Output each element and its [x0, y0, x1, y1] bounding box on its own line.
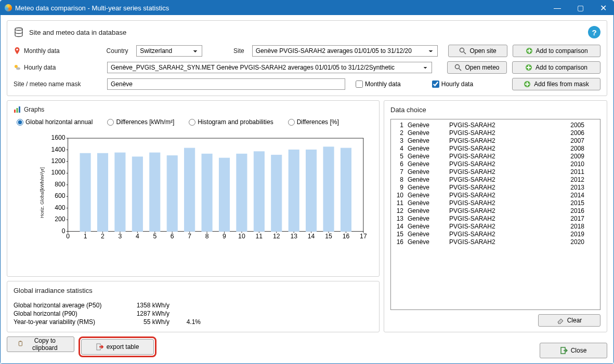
list-item[interactable]: 8GenèvePVGIS-SARAH22012 [394, 176, 597, 184]
svg-rect-84 [341, 148, 351, 231]
svg-text:0: 0 [62, 227, 66, 235]
list-item[interactable]: 10GenèvePVGIS-SARAH22014 [394, 192, 597, 199]
svg-text:0: 0 [66, 233, 70, 240]
graphs-panel: Graphs Global horizontal annual Differen… [7, 100, 380, 277]
svg-text:400: 400 [55, 204, 66, 211]
svg-rect-83 [323, 147, 334, 232]
site-select[interactable]: Genève PVGIS-SARAH2 averages 01/01/05 to… [252, 45, 438, 57]
svg-text:1400: 1400 [51, 146, 65, 153]
minimize-button[interactable]: — [551, 2, 564, 14]
graphs-title: Graphs [24, 106, 44, 113]
add-to-comparison-site-button[interactable]: Add to comparison [513, 45, 600, 57]
list-item[interactable]: 12GenèvePVGIS-SARAH22016 [394, 207, 597, 215]
svg-rect-74 [167, 156, 177, 232]
site-label: Site [233, 47, 247, 55]
export-highlight: export table [79, 336, 156, 357]
svg-rect-76 [202, 154, 212, 231]
list-item[interactable]: 13GenèvePVGIS-SARAH22017 [394, 215, 597, 223]
database-panel: Site and meteo data in database ? Monthl… [7, 20, 607, 96]
monthly-data-label: Monthly data [24, 47, 60, 55]
country-label: Country [107, 47, 132, 55]
radio-histogram[interactable]: Histogram and probabilities [189, 118, 273, 126]
plus-circle-icon [526, 47, 533, 55]
svg-text:7: 7 [188, 233, 191, 240]
sun-cloud-icon [14, 64, 21, 71]
list-item[interactable]: 1GenèvePVGIS-SARAH22005 [394, 122, 597, 129]
list-item[interactable]: 6GenèvePVGIS-SARAH22010 [394, 160, 597, 168]
svg-rect-14 [68, 138, 363, 232]
window-title: Meteo data comparison - Multi-year serie… [15, 4, 551, 12]
svg-point-1 [16, 49, 18, 51]
hourly-data-checkbox[interactable]: Hourly data [432, 80, 473, 88]
bar-chart-icon [14, 106, 21, 113]
svg-text:11: 11 [256, 233, 263, 240]
pin-icon [14, 47, 21, 55]
export-icon [96, 343, 103, 350]
svg-point-7 [455, 65, 460, 69]
svg-rect-69 [80, 153, 90, 231]
add-files-from-mask-button[interactable]: Add files from mask [512, 78, 600, 90]
svg-rect-85 [19, 342, 22, 346]
radio-diff-kwh[interactable]: Differences [kWh/m²] [107, 118, 174, 126]
radio-diff-pct[interactable]: Differences [%] [288, 118, 339, 126]
data-choice-list[interactable]: 1GenèvePVGIS-SARAH220052GenèvePVGIS-SARA… [390, 119, 600, 310]
maximize-button[interactable]: ▢ [574, 2, 586, 14]
plus-circle-icon [524, 80, 531, 88]
copy-to-clipboard-button[interactable]: Copy to clipboard [7, 336, 74, 352]
hourly-data-label: Hourly data [24, 64, 56, 71]
svg-rect-70 [97, 153, 108, 231]
radio-global-horizontal[interactable]: Global horizontal annual [17, 118, 93, 126]
stat-row: Year-to-year variability (RMS)55 kWh/y4.… [14, 318, 373, 326]
svg-text:200: 200 [55, 215, 66, 223]
eraser-icon [557, 317, 564, 324]
country-select[interactable]: Switzerland [136, 45, 202, 57]
chart: Horiz. Global[kWh/m²/yr] 020040060080010… [14, 133, 373, 252]
hourly-select[interactable]: Genève_PVGIS_SARAH2_SYN.MET Genève PVGIS… [107, 62, 432, 73]
list-item[interactable]: 2GenèvePVGIS-SARAH22006 [394, 129, 597, 137]
add-to-comparison-meteo-button[interactable]: Add to comparison [512, 61, 600, 74]
close-window-button[interactable]: ✕ [597, 2, 609, 14]
svg-text:4: 4 [136, 233, 139, 240]
list-item[interactable]: 16GenèvePVGIS-SARAH22020 [394, 238, 597, 246]
svg-text:13: 13 [290, 233, 297, 240]
list-item[interactable]: 3GenèvePVGIS-SARAH22007 [394, 137, 597, 145]
svg-text:5: 5 [153, 233, 156, 240]
svg-rect-81 [289, 150, 299, 232]
export-table-button[interactable]: export table [81, 339, 154, 355]
svg-rect-80 [271, 155, 282, 232]
svg-text:2: 2 [101, 233, 104, 240]
magnifier-icon [459, 47, 466, 55]
open-site-button[interactable]: Open site [448, 45, 507, 57]
database-icon [14, 27, 24, 37]
svg-text:14: 14 [308, 233, 315, 240]
help-icon[interactable]: ? [588, 26, 600, 38]
list-item[interactable]: 7GenèvePVGIS-SARAH22011 [394, 168, 597, 176]
svg-text:1600: 1600 [51, 135, 65, 141]
open-meteo-button[interactable]: Open meteo [447, 61, 507, 74]
svg-text:15: 15 [325, 233, 332, 240]
stat-row: Global horizontal (P90)1287 kWh/y [14, 310, 373, 317]
list-item[interactable]: 5GenèvePVGIS-SARAH22009 [394, 153, 597, 160]
svg-text:17: 17 [360, 233, 367, 240]
close-button[interactable]: Close [540, 343, 607, 358]
list-item[interactable]: 15GenèvePVGIS-SARAH22019 [394, 231, 597, 238]
svg-rect-86 [20, 341, 21, 342]
svg-text:1200: 1200 [51, 157, 65, 165]
svg-line-8 [459, 69, 461, 71]
clear-button[interactable]: Clear [538, 314, 600, 327]
list-item[interactable]: 11GenèvePVGIS-SARAH22015 [394, 199, 597, 207]
svg-text:600: 600 [55, 192, 66, 199]
svg-text:9: 9 [223, 233, 226, 240]
database-heading: Site and meteo data in database [29, 29, 126, 36]
svg-text:3: 3 [119, 233, 122, 240]
svg-rect-13 [19, 106, 20, 113]
svg-rect-79 [254, 152, 264, 232]
svg-rect-73 [150, 153, 160, 231]
mask-input[interactable] [107, 78, 345, 90]
list-item[interactable]: 9GenèvePVGIS-SARAH22013 [394, 184, 597, 192]
list-item[interactable]: 4GenèvePVGIS-SARAH22008 [394, 145, 597, 153]
svg-rect-77 [219, 158, 229, 231]
monthly-data-checkbox[interactable]: Monthly data [356, 80, 401, 88]
svg-text:1: 1 [84, 233, 87, 240]
list-item[interactable]: 14GenèvePVGIS-SARAH22018 [394, 223, 597, 231]
